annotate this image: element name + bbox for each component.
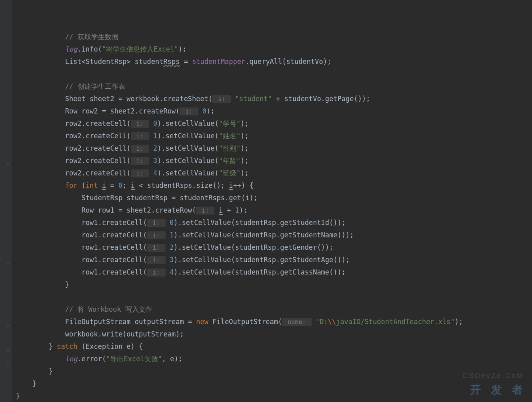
- fold-gutter: ▾▾▾▾▾: [6, 0, 12, 402]
- code-line[interactable]: } catch (Exception e) {: [16, 340, 532, 353]
- fold-marker-icon[interactable]: ▾: [7, 344, 11, 348]
- code-line[interactable]: StudentRsp studentRsp = studentRsps.get(…: [16, 192, 532, 204]
- code-line[interactable]: row2.createCell( i: 0).setCellValue("学号"…: [16, 117, 532, 130]
- code-line[interactable]: }: [16, 378, 532, 390]
- code-line[interactable]: row1.createCell( i: 0).setCellValue(stud…: [16, 217, 532, 229]
- code-line[interactable]: row1.createCell( i: 3).setCellValue(stud…: [16, 254, 532, 266]
- code-editor: ▾▾▾▾▾ // 获取学生数据 log.info("将学生信息传入Excel")…: [0, 0, 532, 402]
- corner-watermark: CSDevZe.CoM: [462, 370, 524, 382]
- code-line[interactable]: [16, 68, 532, 80]
- code-line[interactable]: Row row1 = sheet2.createRow( i: i + 1);: [16, 204, 532, 217]
- fold-marker-icon[interactable]: ▾: [7, 357, 11, 361]
- code-line[interactable]: row2.createCell( i: 1).setCellValue("姓名"…: [16, 130, 532, 142]
- fold-marker-icon[interactable]: ▾: [7, 158, 11, 162]
- code-line[interactable]: row1.createCell( i: 2).setCellValue(stud…: [16, 241, 532, 254]
- code-line[interactable]: FileOutputStream outputStream = new File…: [16, 316, 532, 328]
- code-line[interactable]: row2.createCell( i: 4).setCellValue("班级"…: [16, 167, 532, 179]
- code-line[interactable]: // 将 Workbook 写入文件: [16, 303, 532, 316]
- code-line[interactable]: Sheet sheet2 = workbook.createSheet( s: …: [16, 93, 532, 105]
- code-line[interactable]: // 创建学生工作表: [16, 80, 532, 93]
- fold-marker-icon[interactable]: ▾: [7, 320, 11, 324]
- watermark: 开 发 者: [470, 384, 526, 396]
- code-line[interactable]: [16, 291, 532, 303]
- code-area[interactable]: // 获取学生数据 log.info("将学生信息传入Excel"); List…: [12, 0, 532, 402]
- code-line[interactable]: // 获取学生数据: [16, 31, 532, 43]
- code-line[interactable]: log.info("将学生信息传入Excel");: [16, 43, 532, 56]
- code-line[interactable]: }: [16, 365, 532, 378]
- line-gutter: [0, 0, 6, 402]
- code-line[interactable]: row1.createCell( i: 4).setCellValue(stud…: [16, 266, 532, 279]
- code-line[interactable]: for (int i = 0; i < studentRsps.size(); …: [16, 179, 532, 192]
- code-line[interactable]: }: [16, 390, 532, 402]
- code-line[interactable]: Row row2 = sheet2.createRow( i: 0);: [16, 105, 532, 117]
- code-line[interactable]: row2.createCell( i: 3).setCellValue("年龄"…: [16, 155, 532, 167]
- fold-marker-icon[interactable]: ▾: [7, 258, 11, 262]
- code-line[interactable]: log.error("导出Excel失败", e);: [16, 353, 532, 365]
- code-line[interactable]: row1.createCell( i: 1).setCellValue(stud…: [16, 229, 532, 241]
- code-line[interactable]: row2.createCell( i: 2).setCellValue("性别"…: [16, 142, 532, 155]
- code-line[interactable]: }: [16, 279, 532, 291]
- code-line[interactable]: workbook.write(outputStream);: [16, 328, 532, 340]
- code-line[interactable]: List<StudentRsp> studentRsps = studentMa…: [16, 56, 532, 68]
